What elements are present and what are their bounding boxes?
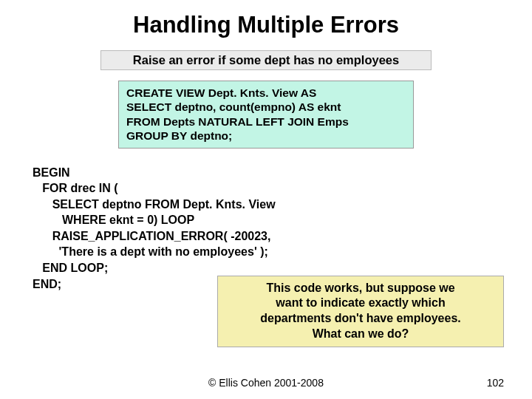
slide-title: Handling Multiple Errors (0, 0, 532, 44)
plsql-block: BEGIN FOR drec IN ( SELECT deptno FROM D… (33, 165, 532, 293)
sql-line: GROUP BY deptno; (126, 129, 406, 143)
sql-line: CREATE VIEW Dept. Knts. View AS (126, 86, 406, 100)
note-line: want to indicate exactly which (227, 296, 494, 311)
code-line: 'There is a dept with no employees' ); (33, 245, 268, 258)
code-line: FOR drec IN ( (33, 182, 118, 194)
code-area: BEGIN FOR drec IN ( SELECT deptno FROM D… (33, 165, 532, 293)
code-line: BEGIN (33, 166, 70, 179)
subtitle-box: Raise an error if some dept has no emplo… (100, 50, 432, 70)
code-line: WHERE eknt = 0) LOOP (33, 214, 194, 226)
page-number: 102 (487, 377, 504, 389)
code-line: END LOOP; (33, 262, 108, 274)
sql-view-box: CREATE VIEW Dept. Knts. View AS SELECT d… (118, 81, 414, 149)
sql-line: FROM Depts NATURAL LEFT JOIN Emps (126, 115, 406, 129)
code-line: SELECT deptno FROM Dept. Knts. View (33, 198, 276, 211)
note-line: This code works, but suppose we (227, 281, 494, 296)
note-line: departments don't have employees. (227, 311, 494, 327)
sql-line: SELECT deptno, count(empno) AS eknt (126, 100, 406, 114)
copyright-text: © Ellis Cohen 2001-2008 (0, 377, 532, 389)
note-box: This code works, but suppose we want to … (217, 276, 504, 347)
note-line: What can we do? (227, 327, 494, 342)
code-line: END; (33, 278, 61, 290)
code-line: RAISE_APPLICATION_ERROR( -20023, (33, 230, 270, 242)
subtitle-text: Raise an error if some dept has no emplo… (133, 53, 399, 66)
